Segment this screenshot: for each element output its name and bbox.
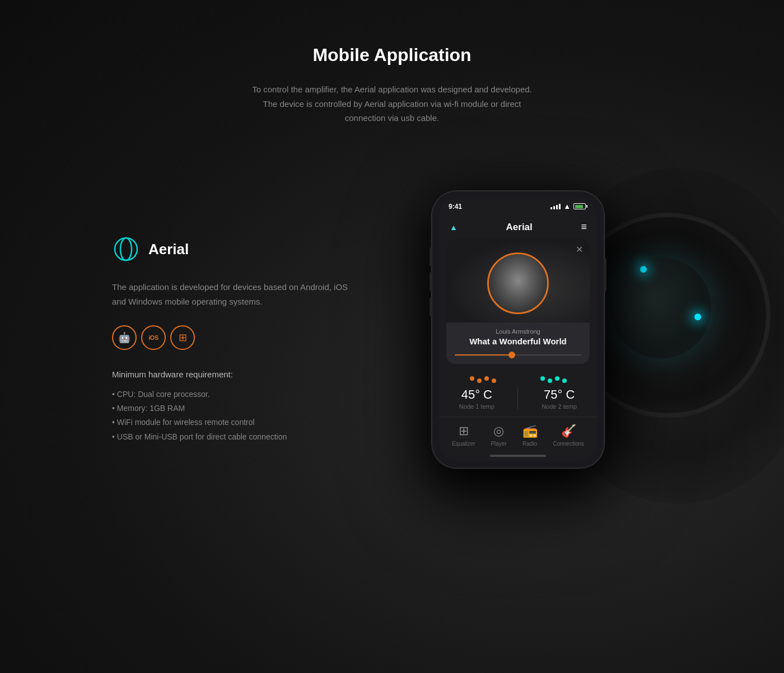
status-bar: 9:41 ▲ [438, 198, 598, 213]
phone-mockup: 9:41 ▲ [431, 190, 605, 469]
signal-bar-1 [550, 207, 552, 209]
page-wrapper: Mobile Application To control the amplif… [0, 0, 784, 673]
os-badges-container: 🤖 iOS ⊞ [112, 325, 364, 350]
app-title: Aerial [458, 222, 581, 233]
progress-thumb[interactable] [508, 352, 515, 358]
dot-cyan-1 [540, 376, 545, 381]
progress-fill [455, 354, 512, 356]
track-title: What a Wonderful World [455, 336, 581, 346]
android-badge: 🤖 [112, 325, 137, 350]
artist-photo [489, 254, 547, 312]
dot-orange-3 [484, 376, 489, 381]
status-icons: ▲ [550, 202, 587, 211]
progress-bar-container[interactable] [446, 354, 590, 364]
close-button[interactable]: ✕ [576, 244, 583, 255]
node1-scale: C [480, 387, 492, 401]
node1-label: Node 1 temp [459, 403, 494, 410]
temperature-section: 45° C Node 1 temp 75° C Node 2 temp [438, 370, 598, 417]
dot-orange-1 [470, 376, 474, 381]
dot-cyan-3 [555, 376, 559, 381]
album-art [487, 253, 549, 314]
node2-temp: 75° C Node 2 temp [542, 387, 577, 410]
temp-divider [517, 387, 518, 410]
aerial-logo-icon [112, 235, 140, 263]
dot-orange-2 [477, 378, 482, 383]
ios-icon: iOS [148, 334, 158, 341]
page-header: Mobile Application To control the amplif… [0, 0, 784, 142]
progress-bar [455, 354, 581, 356]
svg-point-1 [120, 238, 132, 260]
dot-orange-4 [492, 378, 496, 383]
battery-fill [575, 205, 583, 208]
dot-cyan-2 [548, 378, 552, 383]
signal-bar-2 [553, 206, 555, 209]
album-art-area [446, 239, 590, 323]
node2-unit: ° [557, 387, 562, 401]
req-item-4: USB or Mini-USB port for direct cable co… [112, 430, 364, 444]
nav-equalizer[interactable]: ⊞ Equalizer [452, 424, 475, 447]
node2-label: Node 2 temp [542, 403, 577, 410]
nav-radio-label: Radio [522, 441, 537, 447]
power-button [604, 258, 606, 292]
volume-up-button [430, 272, 432, 292]
signal-bar-3 [556, 205, 558, 209]
signal-bar-4 [559, 204, 561, 209]
brand-name: Aerial [148, 241, 189, 258]
battery-icon [573, 203, 587, 209]
signal-icon [550, 204, 561, 209]
temp-values: 45° C Node 1 temp 75° C Node 2 temp [447, 387, 589, 410]
equalizer-icon: ⊞ [459, 424, 469, 438]
nav-connections-label: Connections [553, 441, 584, 447]
dot-cyan-4 [562, 378, 567, 383]
node2-scale: C [562, 387, 575, 401]
app-header: ▲ Aerial ≡ [438, 213, 598, 239]
player-card: ✕ Louis Armstrong What a Wonderful World [446, 239, 590, 364]
node2-dots [540, 376, 567, 383]
glow-dot-2 [694, 314, 701, 320]
node2-temp-value: 75° C [542, 387, 577, 402]
wifi-status-icon: ▲ [563, 202, 571, 211]
track-artist: Louis Armstrong [455, 328, 581, 335]
node1-temp: 45° C Node 1 temp [459, 387, 494, 410]
nav-player-label: Player [491, 441, 506, 447]
node1-dots [470, 376, 496, 383]
glow-dot-1 [640, 266, 647, 273]
battery-body [573, 203, 586, 209]
nav-equalizer-label: Equalizer [452, 441, 475, 447]
left-content: Aerial The application is developed for … [112, 235, 364, 444]
req-item-3: WiFi module for wireless remote control [112, 415, 364, 429]
node1-unit: ° [475, 387, 480, 401]
req-item-2: Memory: 1GB RAM [112, 401, 364, 415]
node1-temp-value: 45° C [459, 387, 494, 402]
android-icon: 🤖 [118, 331, 130, 344]
requirements-list: CPU: Dual core processor. Memory: 1GB RA… [112, 387, 364, 444]
nav-radio[interactable]: 📻 Radio [522, 424, 538, 447]
home-indicator [438, 450, 598, 461]
phone-screen: 9:41 ▲ [438, 198, 598, 461]
svg-point-0 [115, 238, 137, 260]
nav-player[interactable]: ◎ Player [491, 424, 506, 447]
status-time: 9:41 [449, 203, 462, 211]
windows-icon: ⊞ [179, 331, 187, 344]
radio-icon: 📻 [522, 424, 538, 438]
track-info: Louis Armstrong What a Wonderful World [446, 323, 590, 354]
volume-down-button [430, 297, 432, 317]
ios-badge: iOS [141, 325, 166, 350]
nav-connections[interactable]: 🎸 Connections [553, 424, 584, 447]
windows-badge: ⊞ [170, 325, 195, 350]
hamburger-menu-icon[interactable]: ≡ [581, 221, 586, 233]
player-icon: ◎ [493, 424, 504, 438]
battery-tip [586, 205, 587, 208]
requirements-title: Minimum hardware requirement: [112, 370, 364, 379]
req-item-1: CPU: Dual core processor. [112, 387, 364, 401]
page-title: Mobile Application [0, 45, 784, 66]
connections-icon: 🎸 [561, 424, 576, 438]
app-wifi-icon[interactable]: ▲ [450, 223, 458, 232]
page-subtitle: To control the amplifier, the Aerial app… [252, 82, 532, 125]
bottom-nav: ⊞ Equalizer ◎ Player 📻 Radio 🎸 Connectio… [438, 417, 598, 450]
temp-dots [447, 376, 589, 383]
brand-logo: Aerial [112, 235, 364, 263]
brand-description: The application is developed for devices… [112, 280, 364, 309]
mute-button [430, 247, 432, 267]
home-indicator-bar [490, 455, 546, 457]
